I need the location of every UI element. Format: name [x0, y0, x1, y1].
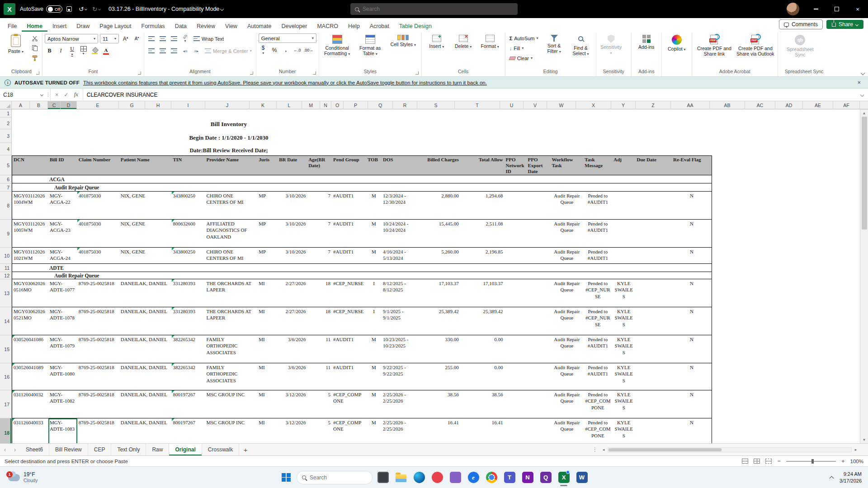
cell-dos[interactable]: 10/24/2024 - 10/24/2024 — [382, 220, 418, 247]
sheet-nav-right-icon[interactable]: › — [10, 444, 20, 455]
create-pdf-share-outlook-button[interactable]: Create PDF and Share via Outlook — [736, 33, 775, 58]
sheet-tab-cep[interactable]: CEP — [88, 444, 112, 455]
cell-reeval[interactable]: N — [672, 418, 712, 443]
bottom-align-button[interactable] — [169, 34, 179, 43]
sheet-row-18[interactable]: 031126040033MGY-ADTE-10838769-25-0025818… — [12, 418, 712, 443]
cell-pend[interactable]: #CEP_NURSE — [332, 307, 366, 335]
column-header-AE[interactable]: AE — [803, 101, 833, 109]
sheet-row-9[interactable]: MGY031120261005WMMGY-ACGA-23401875030NIX… — [12, 220, 712, 248]
cell-billed[interactable]: 5,260.00 — [418, 248, 460, 263]
column-header-D[interactable]: D — [61, 101, 77, 109]
delete-cells-button[interactable]: × Delete ▾ — [451, 33, 476, 50]
add-sheet-button[interactable]: + — [239, 444, 252, 455]
fill-color-button[interactable] — [90, 46, 99, 56]
cell-task[interactable]: Pended to #AUDIT1 — [583, 192, 612, 219]
font-size-combo[interactable]: 11▾ — [100, 34, 119, 43]
column-header-AB[interactable]: AB — [710, 101, 745, 109]
cells-grid[interactable]: Bill InventoryBegin Date : 1/1/2020 - 1/… — [12, 109, 860, 443]
cell-billed[interactable]: 38.56 — [418, 390, 460, 418]
cell-claim[interactable]: 8769-25-0025818 — [77, 307, 119, 335]
decrease-decimal-button[interactable]: .00→ — [304, 45, 314, 55]
undo-button[interactable]: ↺ — [76, 3, 90, 15]
cell-billed[interactable]: 16.41 — [418, 418, 460, 443]
cell-patient[interactable]: DANEILAK, DANIEL — [119, 390, 172, 418]
cell-ppo_network[interactable] — [505, 390, 527, 418]
cell-task[interactable]: Pended to #CEP_NURSE — [583, 279, 612, 307]
cell-task[interactable]: Pended to #AUDIT1 — [583, 248, 612, 263]
row-header-12[interactable]: 12 — [0, 272, 11, 279]
cell-br_date[interactable]: 3/6/2026 — [278, 335, 307, 363]
cell-juris[interactable]: MP — [257, 220, 278, 247]
column-header-Y[interactable]: Y — [611, 101, 636, 109]
row-header-2[interactable]: 2 — [0, 117, 11, 129]
cell-adj[interactable]: KYLE SWAILES — [612, 307, 635, 335]
column-header-R[interactable]: R — [393, 101, 417, 109]
page-layout-view-icon[interactable] — [754, 459, 760, 464]
expand-formula-bar-icon[interactable] — [856, 89, 868, 101]
column-header-J[interactable]: J — [205, 101, 250, 109]
cell-adj[interactable] — [612, 248, 635, 263]
cell-dos[interactable]: 2/25/2026 - 2/25/2026 — [382, 418, 418, 443]
cell-billed[interactable]: 17,103.37 — [418, 279, 460, 307]
column-header-T[interactable]: T — [455, 101, 500, 109]
format-as-table-button[interactable]: Format as Table ▾ — [354, 33, 386, 57]
horizontal-scroll-track[interactable] — [608, 447, 852, 452]
start-button[interactable] — [278, 470, 294, 485]
dialog-launcher-icon[interactable] — [415, 71, 419, 75]
cell-age[interactable]: 18 — [307, 279, 332, 307]
collapse-ribbon-icon[interactable] — [861, 71, 865, 75]
bold-button[interactable]: B — [45, 46, 54, 56]
copilot-button[interactable]: Copilot ▾ — [664, 33, 689, 53]
sheet-tab-text-only[interactable]: Text Only — [111, 444, 146, 455]
select-all-corner[interactable] — [0, 101, 12, 109]
cell-juris[interactable]: MI — [257, 418, 278, 443]
cell-patient[interactable]: DANEILAK, DANIEL — [119, 279, 172, 307]
cell-tin[interactable]: 331280393 — [172, 279, 205, 307]
zoom-slider[interactable] — [786, 461, 836, 462]
row-header-9[interactable]: 9 — [0, 220, 11, 248]
cell-dcn[interactable]: 031126040032 — [12, 390, 48, 418]
cell-age[interactable]: 11 — [307, 363, 332, 390]
cell-adj[interactable]: KYLE SWAILES — [612, 335, 635, 363]
cut-button[interactable] — [30, 33, 40, 43]
cell-br_date[interactable]: 3/10/2026 — [278, 192, 307, 219]
cell-juris[interactable]: MI — [257, 363, 278, 390]
sheet-tab-sheet6[interactable]: Sheet6 — [20, 444, 49, 455]
column-header-U[interactable]: U — [500, 101, 524, 109]
autosave-toggle[interactable]: AutoSave Off — [20, 5, 62, 13]
cell-ppo_network[interactable] — [505, 307, 527, 335]
cell-dos[interactable]: 2/25/2026 - 2/25/2026 — [382, 390, 418, 418]
cell-dcn[interactable]: 030526041086 — [12, 335, 48, 363]
increase-indent-button[interactable]: ≡▸ — [192, 46, 201, 56]
cell-claim[interactable]: 401875030 — [77, 248, 119, 263]
percent-style-button[interactable]: % — [270, 45, 279, 55]
top-align-button[interactable] — [146, 34, 156, 43]
ribbon-tab-view[interactable]: View — [220, 20, 242, 32]
row-header-4[interactable]: 4 — [0, 143, 11, 155]
horizontal-scroll-thumb[interactable] — [609, 448, 722, 451]
sheet-tab-overflow-icon[interactable]: ⋮ — [590, 444, 599, 455]
cell-due[interactable] — [635, 192, 672, 219]
column-header-I[interactable]: I — [171, 101, 205, 109]
warning-link[interactable]: This workbook contains features that pre… — [83, 80, 487, 85]
cell-adj[interactable]: KYLE SWAILES — [612, 279, 635, 307]
show-hidden-icons-icon[interactable] — [830, 476, 834, 480]
sensitivity-button[interactable]: Sensitivity ▾ — [599, 33, 624, 56]
cell-workflow[interactable]: Audit Repair Queue — [550, 335, 583, 363]
name-box-splitter[interactable]: ⋮ — [46, 89, 51, 101]
orientation-button[interactable]: ab▾ — [180, 34, 190, 43]
sort-filter-button[interactable]: Sort & Filter ▾ — [542, 33, 567, 55]
cell-br_date[interactable]: 3/12/2026 — [278, 390, 307, 418]
scroll-right-icon[interactable]: ▸ — [852, 447, 860, 452]
cell-tin[interactable]: 800197267 — [172, 418, 205, 443]
column-header-V[interactable]: V — [524, 101, 547, 109]
cell-workflow[interactable]: Audit Repair Queue — [550, 248, 583, 263]
save-button[interactable] — [62, 3, 76, 15]
zoom-slider-thumb[interactable] — [811, 459, 814, 464]
zoom-in-icon[interactable]: + — [841, 458, 845, 465]
cell-due[interactable] — [635, 279, 672, 307]
cell-juris[interactable]: MP — [257, 192, 278, 219]
cell-allow[interactable]: 0.00 — [460, 363, 505, 390]
clock[interactable]: 9:24 AM 3/17/2026 — [840, 471, 862, 484]
cell-patient[interactable]: DANEILAK, DANIEL — [119, 335, 172, 363]
